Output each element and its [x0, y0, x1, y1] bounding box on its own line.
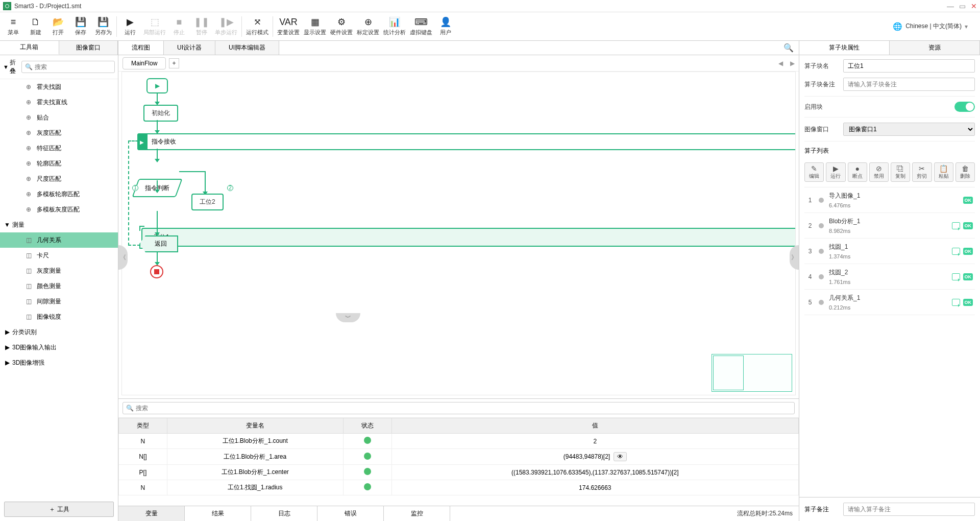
variable-search-input[interactable]: [136, 405, 791, 412]
enable-toggle[interactable]: [954, 102, 975, 112]
node-station2[interactable]: 工位2: [191, 194, 224, 210]
runmode-button[interactable]: ⤧运行模式: [244, 13, 271, 40]
op-编辑-button[interactable]: ✎编辑: [804, 162, 824, 182]
runmode-icon: ⤧: [254, 16, 261, 28]
flow-canvas[interactable]: ▶ 初始化 指令接收 指令判断 1 2: [121, 72, 796, 395]
tool-item[interactable]: ⊕轮廓匹配: [0, 156, 118, 171]
op-断点-button[interactable]: ●断点: [848, 162, 867, 182]
flow-next-icon[interactable]: ▶: [790, 60, 795, 67]
minimize-icon[interactable]: —: [947, 2, 954, 10]
flow-tab-main[interactable]: MainFlow: [122, 57, 166, 69]
tab-toolbox[interactable]: 工具箱: [0, 41, 59, 55]
menu-button[interactable]: ≡菜单: [2, 13, 24, 40]
tool-item[interactable]: ⊕霍夫找圆: [0, 79, 118, 94]
node-return[interactable]: 返回: [139, 235, 178, 252]
block-name-input[interactable]: [843, 59, 975, 73]
canvas-search-icon[interactable]: 🔍: [783, 43, 794, 53]
save-button[interactable]: 💾保存: [69, 13, 92, 40]
tool-item[interactable]: ◫颜色测量: [0, 278, 118, 294]
table-row[interactable]: N[]工位1.Blob分析_1.area(94483,94878)[2] 👁: [119, 449, 799, 465]
operator-item[interactable]: 3找圆_11.374msOK: [804, 239, 975, 264]
tab-ui-designer[interactable]: UI设计器: [164, 41, 215, 55]
bottom-tab[interactable]: 结果: [185, 506, 251, 521]
tab-image-window[interactable]: 图像窗口: [59, 41, 118, 55]
tool-item[interactable]: ⊕多模板灰度匹配: [0, 202, 118, 217]
image-link-icon[interactable]: [952, 273, 960, 280]
run-button[interactable]: ▶运行: [119, 13, 141, 40]
tab-ui-script[interactable]: UI脚本编辑器: [215, 41, 279, 55]
category-measure[interactable]: ▼测量: [0, 217, 118, 232]
op-删除-button[interactable]: 🗑删除: [955, 162, 975, 182]
tool-item[interactable]: ◫几何关系: [0, 232, 118, 248]
tool-item[interactable]: ⊕霍夫找直线: [0, 94, 118, 110]
toolbox-search-input[interactable]: [35, 63, 111, 70]
op-剪切-button[interactable]: ✂剪切: [912, 162, 932, 182]
operator-item[interactable]: 1导入图像_16.476msOK: [804, 187, 975, 213]
tab-resources[interactable]: 资源: [890, 41, 980, 55]
operator-item[interactable]: 2Blob分析_18.982msOK: [804, 213, 975, 239]
tool-item[interactable]: ⊕贴合: [0, 110, 118, 125]
kbd-button[interactable]: ⌨虚拟键盘: [408, 13, 434, 40]
node-init[interactable]: 初始化: [143, 105, 178, 122]
user-button[interactable]: 👤用户: [434, 13, 457, 40]
tool-item[interactable]: ⊕多模板轮廓匹配: [0, 186, 118, 202]
op-remark-input[interactable]: [843, 503, 975, 516]
tool-item[interactable]: ◫间隙测量: [0, 294, 118, 309]
open-button[interactable]: 📂打开: [47, 13, 69, 40]
eye-icon[interactable]: 👁: [614, 452, 627, 461]
close-icon[interactable]: ✕: [971, 2, 977, 10]
add-tool-button[interactable]: ＋工具: [4, 502, 114, 517]
tab-block-props[interactable]: 算子块属性: [799, 41, 890, 55]
tool-item[interactable]: ◫灰度测量: [0, 263, 118, 278]
fold-button[interactable]: ▼折叠: [3, 58, 18, 76]
category[interactable]: ▶3D图像输入输出: [0, 340, 118, 355]
toolbox-search[interactable]: 🔍: [21, 61, 115, 73]
table-row[interactable]: N工位1.找圆_1.radius174.626663: [119, 480, 799, 495]
image-link-icon[interactable]: [952, 248, 960, 255]
maximize-icon[interactable]: ▭: [959, 2, 966, 10]
bottom-tab[interactable]: 监控: [384, 506, 450, 521]
disp-button[interactable]: ▦显示设置: [302, 13, 328, 40]
chevron-down-icon[interactable]: ▾: [965, 23, 968, 30]
op-运行-button[interactable]: ▶运行: [826, 162, 845, 182]
block-remark-input[interactable]: [843, 78, 975, 91]
bottom-tab[interactable]: 日志: [251, 506, 317, 521]
collapse-right-icon[interactable]: 》: [790, 245, 799, 270]
new-button[interactable]: 🗋新建: [24, 13, 47, 40]
image-link-icon[interactable]: [952, 299, 960, 306]
tool-item[interactable]: ◫图像锐度: [0, 309, 118, 324]
hw-button[interactable]: ⚙硬件设置: [328, 13, 355, 40]
tool-item[interactable]: ⊕灰度匹配: [0, 125, 118, 140]
minimap[interactable]: [712, 354, 792, 392]
tool-item[interactable]: ⊕特征匹配: [0, 140, 118, 156]
operator-item[interactable]: 4找圆_21.761msOK: [804, 264, 975, 290]
app-logo-icon: [3, 2, 11, 10]
calib-button[interactable]: ⊕标定设置: [355, 13, 381, 40]
image-link-icon[interactable]: [952, 222, 960, 229]
tab-flowchart[interactable]: 流程图: [118, 41, 164, 55]
node-start[interactable]: ▶: [146, 78, 168, 93]
op-禁用-button[interactable]: ⊘禁用: [869, 162, 889, 182]
bottom-tab[interactable]: 错误: [317, 506, 384, 521]
language-label[interactable]: Chinese | 中文(简体): [905, 22, 962, 31]
bottom-tab[interactable]: 变量: [118, 506, 185, 521]
tool-item[interactable]: ◫卡尺: [0, 248, 118, 263]
node-station1[interactable]: 工位1: [141, 228, 796, 247]
tool-item[interactable]: ⊕尺度匹配: [0, 171, 118, 186]
operator-item[interactable]: 5几何关系_10.212msOK: [804, 290, 975, 315]
op-复制-button[interactable]: ⿻复制: [891, 162, 910, 182]
category[interactable]: ▶分类识别: [0, 324, 118, 340]
op-粘贴-button[interactable]: 📋粘贴: [934, 162, 953, 182]
table-row[interactable]: P[]工位1.Blob分析_1.center((1583.393921,1076…: [119, 465, 799, 480]
var-button[interactable]: VAR变量设置: [275, 13, 302, 40]
imgwin-select[interactable]: 图像窗口1: [843, 123, 975, 136]
saveas-button[interactable]: 💾另存为: [92, 13, 114, 40]
variable-search[interactable]: 🔍: [122, 402, 795, 414]
flow-prev-icon[interactable]: ◀: [778, 60, 783, 67]
node-recv[interactable]: 指令接收: [137, 133, 796, 150]
category[interactable]: ▶3D图像增强: [0, 355, 118, 370]
add-flow-button[interactable]: ＋: [169, 58, 179, 68]
stat-button[interactable]: 📊统计分析: [381, 13, 408, 40]
node-end[interactable]: [150, 265, 163, 278]
table-row[interactable]: N工位1.Blob分析_1.count2: [119, 434, 799, 449]
